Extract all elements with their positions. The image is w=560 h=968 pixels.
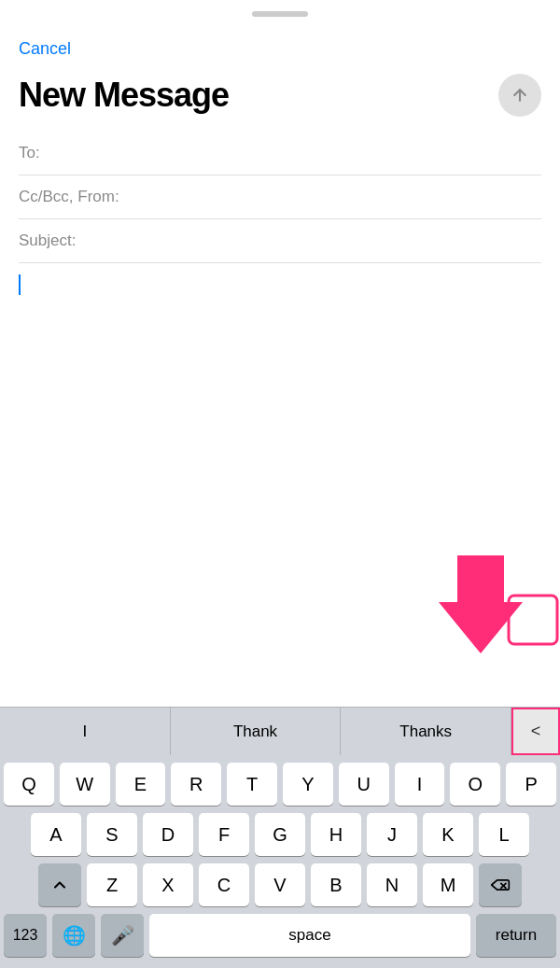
svg-marker-1 <box>439 555 523 653</box>
key-a[interactable]: A <box>31 813 81 856</box>
space-key[interactable]: space <box>149 914 470 957</box>
key-k[interactable]: K <box>423 813 473 856</box>
cc-bcc-field-row: Cc/Bcc, From: <box>19 175 541 219</box>
key-d[interactable]: D <box>143 813 193 856</box>
key-i[interactable]: I <box>395 763 445 806</box>
key-g[interactable]: G <box>255 813 305 856</box>
prediction-chevron-button[interactable]: < <box>511 708 560 755</box>
cancel-button[interactable]: Cancel <box>19 39 71 59</box>
send-up-icon <box>511 86 529 105</box>
key-l[interactable]: L <box>479 813 529 856</box>
to-field-row: To: <box>19 132 541 175</box>
prediction-bar: I Thank Thanks < <box>0 707 560 755</box>
key-h[interactable]: H <box>311 813 361 856</box>
key-f[interactable]: F <box>199 813 249 856</box>
return-key[interactable]: return <box>476 914 556 957</box>
key-z[interactable]: Z <box>87 863 137 906</box>
cc-bcc-input[interactable] <box>119 188 541 206</box>
prediction-item-i[interactable]: I <box>0 708 171 755</box>
page-title: New Message <box>19 76 229 115</box>
compose-area: Cancel New Message To: Cc/Bcc, From: Sub… <box>0 28 560 469</box>
body-area[interactable] <box>19 263 541 469</box>
key-e[interactable]: E <box>116 763 166 806</box>
key-row-3: Z X C V B N M <box>4 863 556 906</box>
delete-key[interactable] <box>479 863 522 906</box>
key-x[interactable]: X <box>143 863 193 906</box>
subject-field-row: Subject: <box>19 219 541 263</box>
text-cursor <box>19 274 21 295</box>
prediction-item-thank[interactable]: Thank <box>171 708 342 755</box>
key-w[interactable]: W <box>60 763 110 806</box>
cc-bcc-label: Cc/Bcc, From: <box>19 188 119 206</box>
key-m[interactable]: M <box>423 863 473 906</box>
globe-key[interactable]: 🌐 <box>52 914 95 957</box>
key-s[interactable]: S <box>87 813 137 856</box>
microphone-key[interactable]: 🎤 <box>101 914 144 957</box>
number-key[interactable]: 123 <box>4 914 47 957</box>
key-c[interactable]: C <box>199 863 249 906</box>
header-row: New Message <box>19 66 541 132</box>
key-q[interactable]: Q <box>4 763 54 806</box>
key-row-4: 123 🌐 🎤 space return <box>4 914 556 957</box>
key-p[interactable]: P <box>506 763 556 806</box>
key-r[interactable]: R <box>171 763 221 806</box>
send-button[interactable] <box>498 74 541 117</box>
cancel-row: Cancel <box>19 28 541 66</box>
svg-rect-2 <box>509 596 557 644</box>
key-row-2: A S D F G H J K L <box>4 813 556 856</box>
key-u[interactable]: U <box>339 763 389 806</box>
key-t[interactable]: T <box>227 763 277 806</box>
shift-key[interactable] <box>38 863 81 906</box>
keyboard-area: I Thank Thanks < Q W E R T Y U I O P A S… <box>0 707 560 968</box>
key-row-1: Q W E R T Y U I O P <box>4 763 556 806</box>
subject-label: Subject: <box>19 231 103 250</box>
key-o[interactable]: O <box>450 763 500 806</box>
subject-input[interactable] <box>103 231 541 250</box>
top-bar <box>0 0 560 28</box>
to-input[interactable] <box>103 144 541 162</box>
key-j[interactable]: J <box>367 813 417 856</box>
key-b[interactable]: B <box>311 863 361 906</box>
key-n[interactable]: N <box>367 863 417 906</box>
keyboard-rows: Q W E R T Y U I O P A S D F G H J K L <box>0 755 560 968</box>
drag-handle <box>252 11 308 17</box>
key-v[interactable]: V <box>255 863 305 906</box>
prediction-item-thanks[interactable]: Thanks <box>341 708 511 755</box>
key-y[interactable]: Y <box>283 763 333 806</box>
to-label: To: <box>19 144 103 162</box>
